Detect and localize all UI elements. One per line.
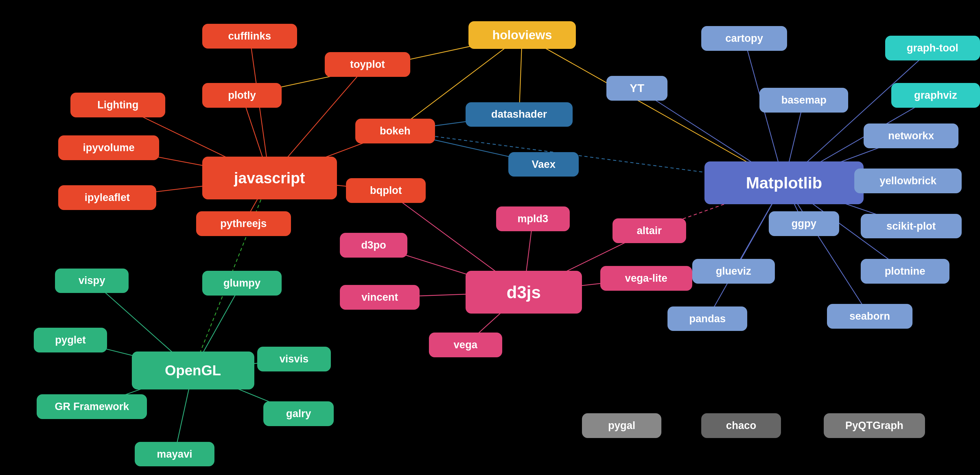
node-GR Framework[interactable]: GR Framework [37,394,147,419]
node-vega[interactable]: vega [429,333,503,357]
node-ipyvolume[interactable]: ipyvolume [58,135,159,160]
node-chaco[interactable]: chaco [701,413,781,438]
node-glumpy[interactable]: glumpy [202,271,282,296]
node-pyglet[interactable]: pyglet [34,328,107,352]
node-visvis[interactable]: visvis [257,347,331,371]
node-ipyleaflet[interactable]: ipyleaflet [58,185,156,210]
node-Vaex[interactable]: Vaex [508,152,579,177]
node-vispy[interactable]: vispy [55,269,129,293]
node-bokeh[interactable]: bokeh [355,119,435,143]
node-holoviews[interactable]: holoviews [468,21,576,49]
node-yellowbrick[interactable]: yellowbrick [854,169,961,193]
node-mayavi[interactable]: mayavi [135,442,215,467]
node-mpld3[interactable]: mpld3 [496,206,570,231]
network-diagram [0,0,980,475]
node-bqplot[interactable]: bqplot [346,178,426,203]
node-seaborn[interactable]: seaborn [827,304,913,329]
node-pandas[interactable]: pandas [668,306,747,331]
node-scikit-plot[interactable]: scikit-plot [861,214,962,239]
node-Matplotlib[interactable]: Matplotlib [705,161,864,204]
node-cufflinks[interactable]: cufflinks [202,24,297,49]
node-PyQTGraph[interactable]: PyQTGraph [824,413,925,438]
node-OpenGL[interactable]: OpenGL [132,352,255,389]
node-basemap[interactable]: basemap [759,88,848,113]
node-toyplot[interactable]: toyplot [325,52,410,77]
node-javascript[interactable]: javascript [202,156,337,199]
node-glueviz[interactable]: glueviz [692,259,775,284]
node-galry[interactable]: galry [263,402,334,426]
node-YT[interactable]: YT [606,76,668,100]
node-networkx[interactable]: networkx [864,123,958,148]
node-ggpy[interactable]: ggpy [769,211,839,236]
node-graphviz[interactable]: graphviz [891,83,980,108]
node-cartopy[interactable]: cartopy [701,26,787,51]
node-plotly[interactable]: plotly [202,83,282,108]
node-vincent[interactable]: vincent [340,285,420,310]
node-altair[interactable]: altair [612,218,686,243]
node-d3po[interactable]: d3po [340,233,407,258]
node-plotnine[interactable]: plotnine [861,259,950,284]
node-graph-tool[interactable]: graph-tool [885,36,980,61]
node-d3js[interactable]: d3js [466,271,582,314]
node-pygal[interactable]: pygal [582,413,662,438]
node-pythreejs[interactable]: pythreejs [196,211,291,236]
node-datashader[interactable]: datashader [466,102,573,127]
node-Lighting[interactable]: Lighting [70,92,165,117]
node-vega-lite[interactable]: vega-lite [600,266,692,291]
